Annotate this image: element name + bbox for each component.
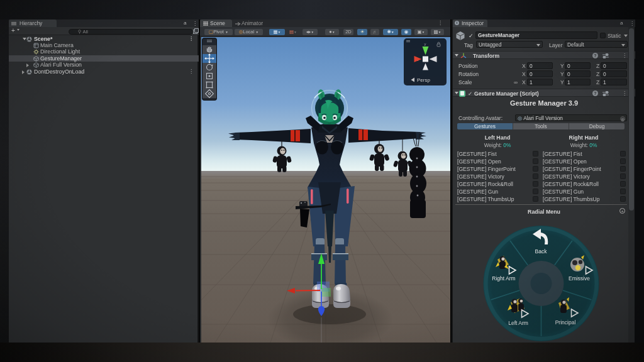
svg-text:y: y <box>425 42 426 46</box>
svg-text:Emissive: Emissive <box>569 275 590 282</box>
svg-text:Left Arm: Left Arm <box>508 320 528 326</box>
svg-text:Principal: Principal <box>555 319 576 326</box>
svg-text:Persp: Persp <box>417 77 430 83</box>
svg-text:Right Arm: Right Arm <box>492 275 515 282</box>
svg-text:Back: Back <box>535 248 548 255</box>
